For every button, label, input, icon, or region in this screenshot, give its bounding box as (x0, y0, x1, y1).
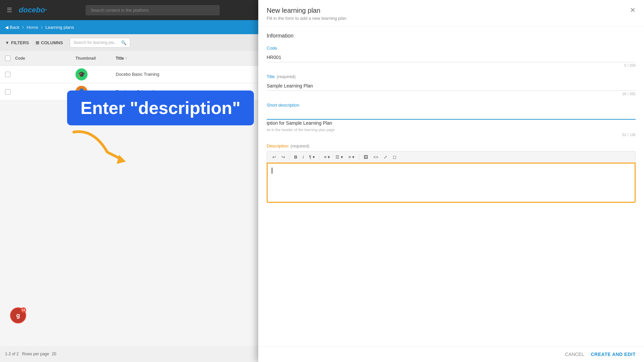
cancel-button[interactable]: CANCEL (565, 352, 584, 357)
breadcrumb-home[interactable]: Home (26, 25, 38, 30)
title-value[interactable]: Sample Learning Plan (267, 81, 636, 91)
rte-code-button[interactable]: <> (371, 154, 380, 161)
annotation-text: Enter "description" (67, 90, 254, 125)
filter-icon: ▼ (5, 40, 9, 45)
docebo-logo: docebo· (19, 6, 47, 14)
notification-badge: 13 (21, 307, 26, 313)
rte-redo-button[interactable]: ↪ (279, 154, 287, 161)
title-field-group: Title (required) Sample Learning Plan 20… (267, 74, 636, 96)
breadcrumb-separator: › (22, 24, 24, 30)
filters-bar: ▼ FILTERS ⊞ COLUMNS Search for learning … (0, 34, 258, 51)
short-desc-hint: se in the header of the learning plan pa… (267, 128, 636, 132)
row-checkbox-1[interactable] (5, 72, 10, 77)
back-button[interactable]: ◀ Back (5, 25, 19, 30)
title-label: Title (required) (267, 74, 636, 79)
breadcrumb: ◀ Back › Home › Learning plans (0, 20, 258, 34)
title-required: (required) (277, 74, 296, 79)
short-desc-input[interactable] (267, 110, 636, 120)
desc-required: (required) (290, 143, 309, 148)
rte-indent-button[interactable]: ≡ ▾ (346, 154, 357, 161)
top-bar: ☰ docebo· Search content in the platform (0, 0, 258, 20)
col-header-code: Code (15, 56, 75, 61)
select-all-checkbox[interactable] (5, 56, 10, 61)
hamburger-icon[interactable]: ☰ (7, 6, 12, 14)
code-counter: 5 / 255 (267, 63, 636, 67)
columns-icon: ⊞ (36, 40, 39, 45)
breadcrumb-separator-2: › (41, 24, 43, 30)
columns-button[interactable]: ⊞ COLUMNS (36, 40, 63, 45)
new-learning-plan-panel: New learning plan Fill in the form to ad… (258, 0, 644, 362)
section-information: Information (267, 33, 636, 39)
annotation-overlay: Enter "description" (67, 90, 254, 170)
rte-paragraph-button[interactable]: ¶ ▾ (307, 154, 317, 161)
title-counter: 20 / 255 (267, 92, 636, 96)
form-header: New learning plan Fill in the form to ad… (258, 0, 644, 26)
text-cursor (272, 168, 272, 174)
cell-thumbnail-1: 🎓 (75, 68, 116, 80)
col-header-thumbnail: Thumbnail (75, 56, 116, 61)
rte-bold-button[interactable]: B (292, 154, 299, 161)
desc-label: Description (required) (267, 143, 636, 148)
filters-button[interactable]: ▼ FILTERS (5, 40, 29, 45)
create-and-edit-button[interactable]: CREATE AND EDIT (591, 352, 636, 357)
rte-undo-button[interactable]: ↩ (270, 154, 278, 161)
table-header: Code Thumbnail Title ↑ (0, 51, 258, 66)
rte-image-button[interactable]: 🖼 (362, 154, 370, 161)
short-desc-counter: 52 / 130 (267, 133, 636, 137)
table-row: 🎓 Docebo Basic Training (0, 66, 258, 83)
rte-toolbar: ↩ ↪ B i ¶ ▾ ≡ ▾ ☰ ▾ ≡ ▾ 🖼 <> ⤢ ◻ (267, 151, 636, 163)
rows-per-page: Rows per page 20 (22, 352, 56, 356)
form-subtitle: Fill in the form to add a new learning p… (267, 16, 346, 21)
breadcrumb-current: Learning plans (45, 25, 74, 30)
global-search[interactable]: Search content in the platform (86, 5, 220, 15)
rte-sep-1 (289, 154, 290, 161)
search-icon: 🔍 (121, 40, 126, 45)
form-footer: CANCEL CREATE AND EDIT (258, 346, 644, 362)
rte-align-left-button[interactable]: ≡ ▾ (322, 154, 332, 161)
form-body: Information Code HR001 5 / 255 Title (re… (258, 26, 644, 346)
rte-list-button[interactable]: ☰ ▾ (333, 154, 345, 161)
rte-fullscreen-button[interactable]: ⤢ (382, 154, 389, 161)
row-checkbox-2[interactable] (5, 89, 10, 95)
back-arrow-icon: ◀ (5, 25, 8, 30)
thumbnail-image-1: 🎓 (75, 68, 88, 80)
annotation-arrow (67, 125, 127, 169)
table-footer: 1-2 of 2 Rows per page 20 (0, 346, 258, 362)
short-desc-value: iption for Sample Learning Plan (267, 120, 636, 126)
close-button[interactable]: ✕ (630, 7, 636, 13)
rte-sep-3 (359, 154, 359, 161)
col-header-title[interactable]: Title ↑ (116, 56, 127, 61)
form-title: New learning plan (267, 7, 346, 14)
short-description-field-group: Short description iption for Sample Lear… (267, 103, 636, 137)
rte-italic-button[interactable]: i (301, 154, 306, 161)
table-search-input[interactable]: Search for learning pla... 🔍 (70, 38, 130, 48)
code-field-group: Code HR001 5 / 255 (267, 46, 636, 67)
code-label: Code (267, 46, 636, 51)
user-avatar[interactable]: g 13 (10, 307, 26, 323)
description-field-group: Description (required) ↩ ↪ B i ¶ ▾ ≡ ▾ ☰… (267, 143, 636, 203)
pagination-info: 1-2 of 2 (5, 352, 19, 356)
rte-sep-2 (319, 154, 320, 161)
code-value[interactable]: HR001 (267, 53, 636, 62)
sort-icon: ↑ (125, 56, 127, 60)
short-desc-label: Short description (267, 103, 636, 108)
rte-source-button[interactable]: ◻ (391, 154, 398, 161)
rows-count-select[interactable]: 20 (52, 352, 56, 356)
cell-title-1: Docebo Basic Training (116, 72, 159, 77)
description-editor[interactable] (267, 163, 636, 203)
